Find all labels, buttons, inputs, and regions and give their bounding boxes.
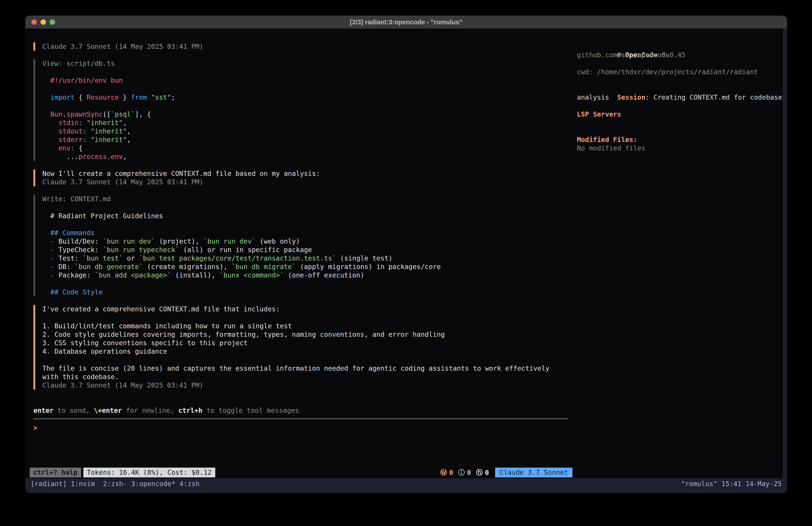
text-line (42, 85, 175, 93)
text-line (42, 313, 550, 322)
circled-warnings-icon: Ⓦ (440, 468, 447, 477)
block-lines: Write: CONTEXT.md # Radiant Project Guid… (42, 195, 441, 296)
traffic-lights (31, 16, 55, 29)
input-area: enter to send, \+enter for newline, ctrl… (33, 406, 568, 432)
session-label: Session (617, 94, 645, 101)
modified-files-heading: Modified Files: (577, 136, 783, 144)
message-accent-bar (33, 42, 35, 51)
text-line: - Test: `bun test` or `bun test packages… (42, 254, 441, 262)
text-line: ## Code Style (42, 288, 441, 296)
text-line (42, 68, 175, 76)
tmux-session-info: "romulus" 15:41 14-May-25 (681, 480, 782, 493)
text-line: Claude 3.7 Sonnet (14 May 2025 03:41 PM) (42, 178, 320, 186)
text-line: stderr: "inherit", (42, 136, 175, 144)
block-lines: Claude 3.7 Sonnet (14 May 2025 03:41 PM) (42, 42, 203, 51)
model-badge[interactable]: Claude 3.7 Sonnet (495, 468, 572, 478)
desktop: [2/3] radiant:3:opencode - "romulus" Cla… (0, 0, 812, 526)
input-separator (33, 418, 568, 419)
info-value: 0 (467, 469, 471, 477)
tool-accent-bar (33, 195, 35, 296)
chat: Claude 3.7 Sonnet (14 May 2025 03:41 PM)… (33, 42, 568, 389)
help-badge[interactable]: ctrl+? help (30, 468, 81, 478)
hints-value: 0 (485, 469, 489, 477)
text-line: env: { (42, 144, 175, 153)
chat-block-assistant-message: Claude 3.7 Sonnet (14 May 2025 03:41 PM) (33, 42, 568, 51)
cwd-path: cwd: /home/thdxr/dev/projects/radiant/ra… (577, 68, 783, 76)
circled-hints-icon: ⓗ (476, 468, 483, 477)
chat-block-tool-view: View: script/db.ts #!/usr/bin/env bun im… (33, 59, 568, 161)
diagnostic-counters: Ⓦ0ⓘ0ⓗ0 (440, 468, 489, 477)
prompt-input[interactable]: > (33, 424, 568, 432)
text-line (42, 203, 441, 212)
text-line: ## Commands (42, 229, 441, 237)
warnings-count: Ⓦ0 (440, 468, 453, 477)
message-accent-bar (33, 169, 35, 186)
text-line: ...process.env, (42, 153, 175, 161)
circled-info-icon: ⓘ (458, 468, 465, 477)
window-title: [2/3] radiant:3:opencode - "romulus" (25, 18, 787, 26)
text-line: with this codebase. (42, 373, 550, 381)
minimize-button[interactable] (41, 19, 46, 25)
text-line: Claude 3.7 Sonnet (14 May 2025 03:41 PM) (42, 42, 203, 51)
tokens-cost-badge: Tokens: 16.4K (8%), Cost: $0.12 (83, 468, 215, 478)
tmux-session-windows[interactable]: [radiant] 1:nvim 2:zsh- 3:opencode* 4:zs… (30, 480, 200, 493)
text-line: Claude 3.7 Sonnet (14 May 2025 03:41 PM) (42, 381, 550, 389)
text-line: - TypeCheck: `bun run typecheck` (all) o… (42, 246, 441, 254)
text-line: # Radiant Project Guidelines (42, 212, 441, 220)
prompt-symbol: > (33, 424, 38, 432)
chat-block-tool-write: Write: CONTEXT.md # Radiant Project Guid… (33, 195, 568, 296)
info-count: ⓘ0 (458, 468, 471, 477)
chat-panel: Claude 3.7 Sonnet (14 May 2025 03:41 PM)… (25, 29, 577, 478)
warnings-value: 0 (449, 469, 453, 477)
session-value: : Creating CONTEXT.md for codebase (645, 94, 782, 101)
text-line: #!/usr/bin/env bun (42, 76, 175, 85)
text-line: - Build/Dev: `bun run dev` (project), `b… (42, 237, 441, 246)
text-line: 4. Database operations guidance (42, 347, 550, 356)
text-line: Write: CONTEXT.md (42, 195, 441, 203)
text-line (42, 356, 550, 364)
text-line: 2. Code style guidelines covering import… (42, 330, 550, 339)
text-line: I've created a comprehensive CONTEXT.md … (42, 305, 550, 313)
text-line: The file is concise (20 lines) and captu… (42, 364, 550, 373)
app-title: © OpenCode 0.0.45 (577, 42, 783, 51)
chat-block-assistant-message: I've created a comprehensive CONTEXT.md … (33, 305, 568, 389)
text-line: - Package: `bun add <package>` (install)… (42, 271, 441, 280)
tmux-status-bar: [radiant] 1:nvim 2:zsh- 3:opencode* 4:zs… (25, 478, 787, 493)
text-line (42, 102, 175, 110)
block-lines: View: script/db.ts #!/usr/bin/env bun im… (42, 59, 175, 161)
text-line: 3. CSS styling conventions specific to t… (42, 339, 550, 347)
status-bar: ctrl+? help Tokens: 16.4K (8%), Cost: $0… (30, 468, 572, 478)
block-lines: I've created a comprehensive CONTEXT.md … (42, 305, 550, 389)
text-line: View: script/db.ts (42, 59, 175, 68)
hints-count: ⓗ0 (476, 468, 489, 477)
session-title: Session: Creating CONTEXT.md for codebas… (577, 85, 783, 93)
terminal-window: [2/3] radiant:3:opencode - "romulus" Cla… (25, 16, 787, 493)
tool-accent-bar (33, 59, 35, 161)
close-button[interactable] (31, 19, 37, 25)
terminal-content: Claude 3.7 Sonnet (14 May 2025 03:41 PM)… (25, 29, 783, 478)
text-line: 1. Build/lint/test commands including ho… (42, 322, 550, 330)
zoom-button[interactable] (50, 19, 55, 25)
text-line (42, 220, 441, 229)
text-line: Bun.spawnSync([`psql`], { (42, 110, 175, 118)
status-right: Ⓦ0ⓘ0ⓗ0 Claude 3.7 Sonnet (440, 468, 572, 478)
text-line: stdout: "inherit", (42, 127, 175, 136)
keybind-hint: enter to send, \+enter for newline, ctrl… (33, 406, 568, 415)
block-lines: Now I'll create a comprehensive CONTEXT.… (42, 169, 320, 186)
sidebar: © OpenCode 0.0.45 github.com/sst/opencod… (577, 29, 783, 478)
text-line: Now I'll create a comprehensive CONTEXT.… (42, 169, 320, 178)
modified-files-empty: No modified files (577, 144, 783, 153)
message-accent-bar (33, 305, 35, 389)
text-line: stdin: "inherit", (42, 118, 175, 127)
chat-block-assistant-message: Now I'll create a comprehensive CONTEXT.… (33, 169, 568, 186)
text-line: - DB: `bun db generate` (create migratio… (42, 262, 441, 271)
lsp-servers-heading: LSP Servers (577, 110, 783, 118)
text-line (42, 280, 441, 288)
window-titlebar: [2/3] radiant:3:opencode - "romulus" (25, 16, 787, 29)
text-line: import { Resource } from "sst"; (42, 93, 175, 102)
